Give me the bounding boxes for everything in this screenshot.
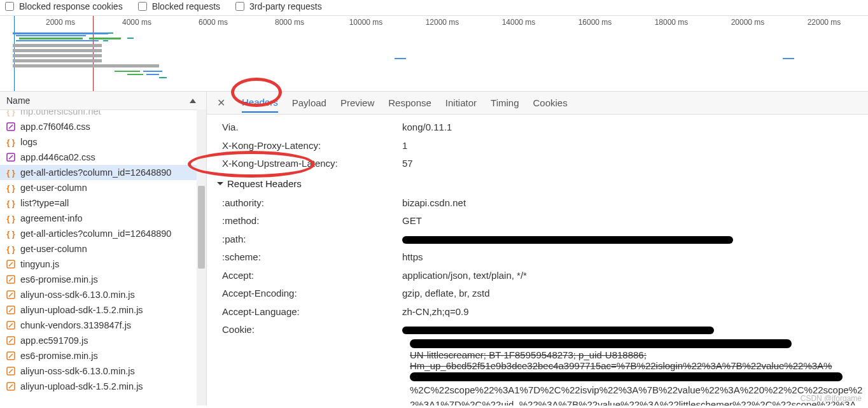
xhr-file-icon: { } xyxy=(6,137,15,146)
filter-3rd-party-requests[interactable]: 3rd-party requests xyxy=(235,1,322,11)
header-value: bizapi.csdn.net xyxy=(402,196,865,211)
checkbox-blocked-response-cookies[interactable] xyxy=(5,2,14,11)
request-row[interactable]: { }get-user-column xyxy=(0,180,206,195)
tab-cookies[interactable]: Cookies xyxy=(533,94,567,112)
label: Blocked response cookies xyxy=(19,1,123,11)
section-label: Request Headers xyxy=(227,178,302,189)
chevron-down-icon xyxy=(217,182,223,185)
checkbox-blocked-requests[interactable] xyxy=(138,2,147,11)
request-name: tingyun.js xyxy=(20,259,59,269)
request-row[interactable]: aliyun-oss-sdk-6.13.0.min.js xyxy=(0,287,206,302)
request-row[interactable]: { }get-all-articles?column_id=12648890 xyxy=(0,165,206,180)
request-name: get-all-articles?column_id=12648890 xyxy=(20,229,171,239)
close-icon[interactable]: ✕ xyxy=(214,97,228,109)
tick: 18000 ms xyxy=(655,18,689,27)
request-name: es6-promise.min.js xyxy=(20,274,98,285)
request-name: list?type=all xyxy=(20,198,69,208)
request-row[interactable]: es6-promise.min.js xyxy=(0,272,206,287)
header-row: :method:GET xyxy=(214,212,865,230)
checkbox-3rd-party-requests[interactable] xyxy=(235,2,244,11)
tab-preview[interactable]: Preview xyxy=(340,94,374,112)
filter-blocked-response-cookies[interactable]: Blocked response cookies xyxy=(5,1,123,11)
xhr-file-icon: { } xyxy=(6,183,15,192)
js-file-icon xyxy=(6,367,15,376)
xhr-file-icon: { } xyxy=(6,110,15,116)
tick: 6000 ms xyxy=(199,18,228,27)
tick: 22000 ms xyxy=(808,18,841,27)
network-timeline[interactable]: 2000 ms 4000 ms 6000 ms 8000 ms 10000 ms… xyxy=(0,15,868,92)
header-name: Cookie: xyxy=(214,323,402,337)
header-row: Accept:application/json, text/plain, */* xyxy=(214,267,865,285)
request-row[interactable]: { }agreement-info xyxy=(0,211,206,226)
header-name: :authority: xyxy=(214,196,402,211)
js-file-icon xyxy=(6,275,15,284)
js-file-icon xyxy=(6,382,15,391)
header-row: Accept-Encoding:gzip, deflate, br, zstd xyxy=(214,285,865,303)
header-value xyxy=(402,323,865,337)
request-row[interactable]: aliyun-oss-sdk-6.13.0.min.js xyxy=(0,363,206,379)
cookie-value-block: UN-littlescreamer; BT-1F85959548273; p_u… xyxy=(214,339,865,406)
redacted-value xyxy=(402,236,733,244)
header-value: gzip, deflate, br, zstd xyxy=(402,286,865,301)
header-name: Accept: xyxy=(214,269,402,283)
request-row[interactable]: chunk-vendors.3139847f.js xyxy=(0,318,206,333)
js-file-icon xyxy=(6,321,15,330)
request-row[interactable]: { }get-user-column xyxy=(0,241,206,257)
cookie-plain-line: %2C%22scope%22%3A1%7D%2C%22isvip%22%3A%7… xyxy=(410,383,865,406)
header-name: X-Kong-Upstream-Latency: xyxy=(214,157,402,171)
request-name: aliyun-oss-sdk-6.13.0.min.js xyxy=(20,290,135,300)
request-row[interactable]: tingyun.js xyxy=(0,257,206,272)
tab-timing[interactable]: Timing xyxy=(491,94,519,112)
js-file-icon xyxy=(6,336,15,345)
header-row: :scheme:https xyxy=(214,248,865,267)
request-row[interactable]: es6-promise.min.js xyxy=(0,348,206,363)
tab-payload[interactable]: Payload xyxy=(292,94,326,112)
header-value: https xyxy=(402,250,865,265)
request-name: agreement-info xyxy=(20,213,83,223)
request-detail-pane: ✕ Headers Payload Preview Response Initi… xyxy=(207,92,868,405)
tab-headers[interactable]: Headers xyxy=(242,93,278,113)
header-name: :method: xyxy=(214,214,402,229)
xhr-file-icon: { } xyxy=(6,168,15,177)
request-name: aliyun-upload-sdk-1.5.2.min.js xyxy=(20,305,143,315)
request-name: logs xyxy=(20,137,38,147)
section-request-headers[interactable]: Request Headers xyxy=(214,173,865,194)
filter-blocked-requests[interactable]: Blocked requests xyxy=(138,1,220,11)
header-value: 1 xyxy=(402,139,865,153)
request-name: chunk-vendors.3139847f.js xyxy=(20,320,131,330)
request-name: app.c7f60f46.css xyxy=(20,122,90,132)
request-row[interactable]: aliyun-upload-sdk-1.5.2.min.js xyxy=(0,302,206,318)
tick: 4000 ms xyxy=(122,18,151,27)
tab-initiator[interactable]: Initiator xyxy=(445,94,477,112)
name-column-header[interactable]: Name xyxy=(0,92,206,110)
request-row[interactable]: app.c7f60f46.css xyxy=(0,119,206,134)
header-value: 57 xyxy=(402,157,865,171)
request-row[interactable]: { }list?type=all xyxy=(0,195,206,211)
timeline-ticks: 2000 ms 4000 ms 6000 ms 8000 ms 10000 ms… xyxy=(0,16,868,30)
tab-response[interactable]: Response xyxy=(388,94,431,112)
request-row[interactable]: app.d446ca02.css xyxy=(0,150,206,165)
requests-list[interactable]: { }mp.othersicsunf.netapp.c7f60f46.css{ … xyxy=(0,110,206,405)
header-row: Cookie: xyxy=(214,321,865,339)
request-row[interactable]: { }mp.othersicsunf.net xyxy=(0,110,206,119)
request-name: app.d446ca02.css xyxy=(20,152,95,162)
xhr-file-icon: { } xyxy=(6,214,15,223)
header-value: application/json, text/plain, */* xyxy=(402,269,865,283)
header-value: GET xyxy=(402,214,865,229)
tick: 2000 ms xyxy=(46,18,75,27)
request-row[interactable]: { }logs xyxy=(0,134,206,150)
request-row[interactable]: { }get-all-articles?column_id=12648890 xyxy=(0,226,206,241)
css-file-icon xyxy=(6,153,15,162)
request-name: get-all-articles?column_id=12648890 xyxy=(20,167,171,178)
header-name: Accept-Encoding: xyxy=(214,286,402,301)
scrollbar[interactable] xyxy=(197,109,206,405)
requests-name-column: Name { }mp.othersicsunf.netapp.c7f60f46.… xyxy=(0,92,207,405)
cookie-strike-line: Hm_up_6bcd52f51e9b3dce32bec4a3997715ac=%… xyxy=(410,360,865,371)
request-row[interactable]: app.ec591709.js xyxy=(0,333,206,348)
scrollbar-thumb[interactable] xyxy=(198,186,205,269)
timeline-waterfall xyxy=(0,32,868,90)
header-name: Accept-Language: xyxy=(214,305,402,320)
request-row[interactable]: aliyun-upload-sdk-1.5.2.min.js xyxy=(0,379,206,394)
header-value xyxy=(402,232,865,247)
tick: 16000 ms xyxy=(578,18,612,27)
